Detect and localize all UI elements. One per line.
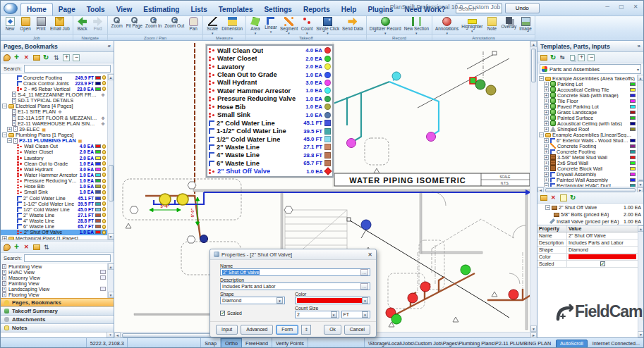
color-swatch[interactable] — [630, 94, 636, 97]
ribbon-button[interactable]: Segment▾ — [279, 17, 299, 35]
description-field[interactable]: Includes Parts and Labor … — [220, 282, 370, 290]
scaled-checkbox-row[interactable]: ✓ Scaled — [220, 311, 285, 316]
property-row[interactable]: Description Includes Parts and Labor ✓ — [537, 240, 638, 247]
color-swatch[interactable] — [95, 179, 101, 182]
expander-icon[interactable] — [539, 132, 544, 137]
ribbon-button[interactable]: Digitizer Record▾ — [368, 17, 403, 35]
ribbon-tab[interactable]: Home — [20, 3, 53, 15]
property-row[interactable]: Name 2" Shut Off Valve ✓ — [537, 232, 638, 240]
pages-tree-scrollbar[interactable]: ▲ ▼ — [107, 74, 114, 240]
visibility-bulb-icon[interactable] — [102, 190, 106, 194]
freehand-toggle[interactable]: FreeHand — [242, 338, 272, 348]
tree-item[interactable]: Wall Clean Out 4.0 EA — [1, 144, 107, 149]
expander-icon[interactable] — [544, 127, 549, 132]
expander-icon[interactable] — [544, 82, 549, 87]
expander-icon[interactable] — [2, 132, 7, 137]
tree-item[interactable]: Parking Lot — [537, 81, 637, 87]
ribbon-button[interactable]: Zoom In▾ — [144, 17, 163, 29]
tree-item[interactable]: Paved Parking Lot — [537, 104, 637, 109]
ribbon-button[interactable]: Linear▾ — [263, 17, 279, 33]
tree-item[interactable]: Water Closet 2.0 EA — [1, 149, 107, 155]
legend-row[interactable]: Wall Hydrant 3.0 EA — [209, 79, 331, 87]
ribbon-button[interactable]: Annotations▾ — [434, 17, 460, 35]
expander-icon[interactable] — [545, 205, 550, 210]
expander-icon[interactable] — [544, 104, 549, 109]
cancel-button[interactable]: Cancel — [344, 325, 370, 335]
ribbon-button[interactable]: Zoom Out▾ — [163, 17, 186, 29]
color-swatch[interactable] — [95, 150, 101, 154]
ribbon-button[interactable]: Overlay▾ — [499, 17, 518, 30]
part-row[interactable]: 2" Shut Off Valve 1.00 EA — [537, 204, 643, 211]
tree-item[interactable]: Electrical Plans [4 Pages] — [1, 104, 107, 109]
tree-item[interactable]: 4" Waste Line 28.8 FT — [1, 218, 107, 224]
app-logo-icon[interactable] — [4, 3, 18, 14]
tree-item[interactable]: 2" Shut Off Valve 1.0 EA — [1, 230, 107, 235]
expander-icon[interactable] — [7, 138, 12, 143]
color-swatch[interactable] — [630, 128, 636, 131]
item-extra-icon[interactable] — [100, 92, 106, 97]
property-row[interactable]: Color ✓ — [537, 254, 638, 261]
input-button[interactable]: Input — [216, 325, 238, 335]
name-field[interactable]: 2" Shut Off Valve … — [220, 268, 370, 276]
item-extra-icon[interactable] — [100, 116, 106, 120]
color-swatch[interactable] — [95, 168, 101, 171]
color-swatch[interactable] — [630, 105, 636, 108]
color-swatch[interactable] — [630, 116, 636, 120]
toolbar-icon[interactable] — [550, 194, 557, 201]
tree-item[interactable]: Water Hammer Arrestor 1.0 EA — [1, 172, 107, 178]
toolbar-icon[interactable] — [540, 55, 547, 61]
ribbon-button[interactable]: Fit Page▾ — [125, 17, 144, 29]
color-swatch[interactable] — [95, 162, 101, 166]
tree-item[interactable]: Painted Wall Assembly — [537, 177, 637, 182]
visibility-bulb-icon[interactable] — [102, 75, 106, 80]
ribbon-button[interactable]: Zoom▾ — [109, 17, 125, 29]
tree-item[interactable]: 2x6 Stud Wall — [537, 160, 637, 166]
snap-toggle[interactable]: Snap — [201, 338, 221, 348]
ribbon-button[interactable]: New▾ — [2, 17, 18, 32]
legend-row[interactable]: Water Hammer Arrestor 1.0 EA — [209, 87, 331, 94]
legend-row[interactable]: 1/2" Cold Water Line 45.0 FT — [209, 135, 331, 143]
toolbar-icon[interactable] — [23, 54, 30, 61]
tree-item[interactable]: Clean Out to Grade 1.0 EA — [1, 161, 107, 166]
visibility-bulb-icon[interactable] — [102, 173, 106, 177]
ribbon-button[interactable]: Dimension▾ — [220, 17, 244, 32]
expander-icon[interactable] — [544, 161, 549, 166]
legend-row[interactable]: Lavatory 2.0 EA — [209, 63, 331, 70]
part-row[interactable]: Install Valve (priced per EA) 1.00 EA — [537, 218, 643, 225]
ribbon-button[interactable]: Image▾ — [518, 17, 533, 32]
toolbar-icon[interactable] — [33, 244, 40, 250]
legend-row[interactable]: 6" Waste Line 65.7 FT — [209, 159, 331, 167]
color-swatch[interactable] — [95, 208, 101, 211]
ribbon-tab[interactable]: Page — [53, 4, 81, 15]
visibility-bulb-icon[interactable] — [102, 213, 106, 217]
dialog-title-bar[interactable]: Properties - [2" Shut Off Valve] ✕ — [210, 249, 376, 260]
visibility-bulb-icon[interactable] — [102, 81, 106, 85]
accordion-header[interactable]: Pages, Bookmarks — [1, 298, 114, 306]
view-extra-icon[interactable] — [100, 287, 106, 291]
tree-item[interactable]: Concrete Footing — [537, 143, 637, 149]
advanced-button[interactable]: Advanced — [241, 325, 273, 335]
ribbon-button[interactable]: Open▾ — [18, 17, 33, 32]
color-swatch[interactable] — [630, 88, 636, 92]
bottom-combo[interactable]: ▾ — [1, 332, 114, 337]
collapse-panel-icon[interactable]: « — [108, 43, 111, 49]
ribbon-tab[interactable]: Settings — [258, 4, 297, 15]
close-button[interactable]: ✕ — [631, 4, 640, 10]
color-swatch[interactable] — [95, 156, 101, 160]
toolbar-icon[interactable] — [4, 54, 11, 61]
toolbar-icon[interactable] — [53, 54, 60, 61]
color-swatch[interactable] — [95, 213, 101, 217]
ribbon-button[interactable]: Fwd▾ — [90, 17, 106, 32]
accordion-header[interactable]: Attachments — [1, 315, 114, 323]
templates-hscrollbar[interactable]: ◄► — [537, 187, 643, 192]
toolbar-icon[interactable] — [23, 244, 30, 251]
expander-icon[interactable] — [544, 166, 549, 171]
tree-item[interactable]: Small Sink 1.0 EA — [1, 189, 107, 195]
color-swatch[interactable] — [630, 122, 636, 125]
accordion-header[interactable]: Notes — [1, 323, 114, 332]
expander-icon[interactable] — [544, 149, 549, 154]
ortho-toggle[interactable]: Ortho — [221, 338, 242, 348]
color-swatch[interactable] — [95, 144, 101, 148]
toolbar-icon[interactable] — [570, 55, 575, 61]
ribbon-button[interactable]: Count▾ — [299, 17, 315, 35]
